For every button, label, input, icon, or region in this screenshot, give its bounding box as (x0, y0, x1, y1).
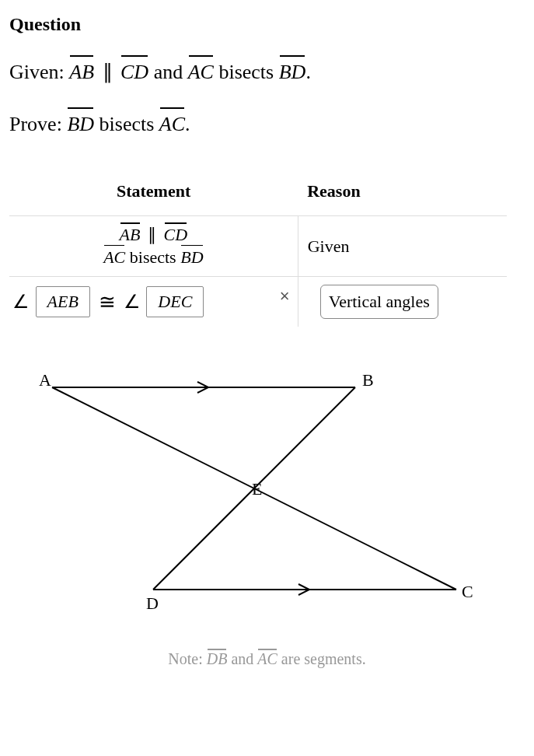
seg-ac-cell: AC (103, 247, 125, 269)
bisects-cell: bisects (125, 247, 180, 267)
label-c: C (462, 582, 473, 601)
period-2: . (185, 113, 190, 135)
segment-ac-2: AC (159, 109, 185, 139)
label-a: A (39, 370, 51, 390)
parallel-symbol: ∥ (103, 57, 113, 87)
given-and: and (148, 61, 188, 83)
angle-input-1[interactable]: AEB (36, 286, 90, 317)
angle-icon-2: ∠ (124, 291, 141, 313)
given-statement: Given: AB ∥ CD and AC bisects BD. (9, 57, 525, 87)
given-bisects: bisects (214, 61, 279, 83)
seg-bd-cell: BD (180, 247, 203, 269)
reason-input[interactable]: Vertical angles (320, 285, 438, 319)
seg-cd-cell: CD (164, 224, 188, 247)
segment-ac: AC (188, 57, 214, 87)
given-prefix: Given: (9, 61, 69, 83)
reason-cell-2: × Vertical angles (298, 277, 507, 327)
note-db: DB (207, 650, 228, 668)
note-prefix: Note: (168, 650, 206, 667)
prove-prefix: Prove: (9, 113, 67, 135)
header-reason: Reason (298, 173, 507, 216)
segment-cd: CD (120, 57, 148, 87)
segment-bd-2: BD (67, 109, 94, 139)
segment-ab: AB (69, 57, 94, 87)
proof-table: Statement Reason AB ∥ CD AC bisects BD G… (9, 173, 507, 327)
angle-icon: ∠ (12, 291, 30, 313)
diagram-note: Note: DB and AC are segments. (9, 650, 525, 668)
note-ac: AC (257, 650, 277, 668)
label-b: B (362, 370, 374, 390)
note-and: and (227, 650, 257, 667)
statement-cell-2: ∠ AEB ≅ ∠ DEC (9, 277, 298, 327)
congruent-symbol: ≅ (99, 290, 116, 314)
question-heading: Question (9, 14, 525, 35)
close-icon[interactable]: × (280, 286, 290, 306)
label-e: E (252, 479, 262, 499)
prove-statement: Prove: BD bisects AC. (9, 109, 525, 139)
period-1: . (305, 61, 311, 83)
seg-ab-cell: AB (120, 224, 141, 247)
table-row: AB ∥ CD AC bisects BD Given (9, 216, 507, 277)
label-d: D (146, 593, 159, 613)
reason-cell-1: Given (298, 216, 507, 277)
statement-cell-1: AB ∥ CD AC bisects BD (9, 216, 298, 277)
prove-bisects: bisects (94, 113, 159, 135)
note-suffix: are segments. (277, 650, 366, 667)
angle-input-2[interactable]: DEC (146, 286, 204, 317)
table-row: ∠ AEB ≅ ∠ DEC × Vertical angles (9, 277, 507, 327)
segment-bd: BD (279, 57, 306, 87)
header-statement: Statement (9, 173, 298, 216)
geometry-diagram: A B C D E (9, 356, 507, 636)
parallel-cell: ∥ (148, 224, 156, 247)
